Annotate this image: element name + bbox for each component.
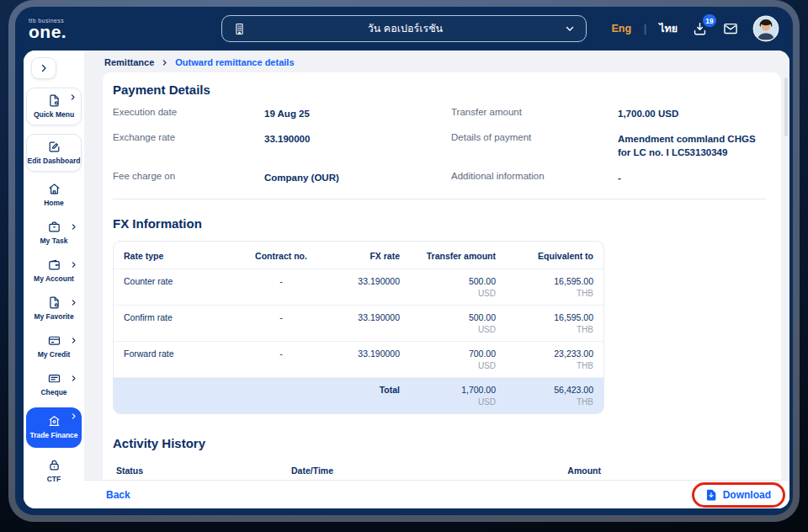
sidebar-item-my-task[interactable]: My Task	[26, 218, 82, 247]
column-header: Amount	[503, 466, 601, 476]
field-value: Amendment commland CHGS for LC no. I LC5…	[618, 132, 766, 160]
company-name: วัน คอเปอร์เรชัน	[255, 20, 556, 37]
mail-button[interactable]	[721, 19, 740, 38]
currency-label: THB	[516, 397, 593, 407]
fx-information-section: FX Information Rate type Contract no. FX…	[113, 216, 766, 414]
breadcrumb-remittance[interactable]: Remittance	[104, 57, 154, 67]
column-header: Equivalent to	[506, 242, 603, 269]
sidebar-item-home[interactable]: Home	[26, 180, 82, 210]
download-file-icon	[704, 488, 718, 502]
transfer-amount-cell: 700.00 USD	[410, 342, 506, 377]
topbar-actions: Eng | ไทย 19	[611, 15, 779, 42]
column-header: Status	[116, 466, 291, 476]
chevron-right-icon	[39, 63, 49, 73]
sidebar-item-trade-finance[interactable]: Trade Finance	[26, 407, 82, 448]
payment-details-title: Payment Details	[113, 82, 766, 97]
breadcrumb: Remittance Outward remittance details	[84, 51, 789, 72]
chevron-right-icon	[70, 261, 77, 269]
credit-card-icon	[47, 333, 61, 348]
rate-type-cell: Confirm rate	[114, 306, 237, 341]
sidebar-item-label: My Task	[40, 237, 68, 246]
content-frame: Quick Menu Edit Dashboard Home	[24, 51, 789, 508]
sidebar-item-my-credit[interactable]: My Credit	[26, 332, 82, 361]
file-icon	[47, 295, 61, 310]
payment-details-section: Payment Details Execution date 19 Aug 25…	[113, 82, 766, 200]
total-label: Total	[326, 378, 410, 413]
sidebar-item-my-account[interactable]: My Account	[26, 256, 82, 285]
field-value: 1,700.00 USD	[618, 107, 766, 121]
fx-table-header: Rate type Contract no. FX rate Transfer …	[114, 242, 603, 269]
total-transfer-amount-cell: 1,700.00 USD	[410, 378, 506, 413]
field-label: Additional information	[451, 171, 618, 181]
fx-rate-cell: 33.190000	[326, 269, 410, 305]
language-eng[interactable]: Eng	[611, 23, 631, 35]
download-center-button[interactable]: 19	[690, 19, 709, 38]
company-selector[interactable]: วัน คอเปอร์เรชัน	[221, 15, 587, 42]
column-header: FX rate	[326, 242, 410, 269]
total-equivalent-cell: 56,423.00 THB	[506, 378, 603, 413]
contract-no-cell: -	[237, 269, 326, 305]
mail-icon	[722, 20, 739, 37]
language-thai[interactable]: ไทย	[659, 20, 678, 37]
sidebar-item-label: Home	[44, 199, 64, 208]
sidebar-item-label: My Favorite	[34, 312, 73, 322]
chevron-right-icon	[70, 337, 77, 344]
download-button[interactable]: Download	[704, 488, 771, 502]
fx-table: Rate type Contract no. FX rate Transfer …	[113, 241, 604, 414]
fx-rate-cell: 33.190000	[326, 306, 410, 341]
sidebar-item-label: Trade Finance	[29, 431, 77, 440]
sidebar-item-label: Cheque	[40, 388, 66, 397]
details-card: Payment Details Execution date 19 Aug 25…	[103, 72, 781, 508]
field-value: 19 Aug 25	[264, 107, 451, 121]
sidebar-expand-button[interactable]	[31, 57, 56, 79]
activity-history-title: Activity History	[113, 436, 766, 450]
equivalent-cell: 16,595.00 THB	[506, 306, 603, 341]
chevron-right-icon	[69, 93, 77, 101]
field-label: Execution date	[113, 107, 264, 117]
table-row: Counter rate - 33.190000 500.00 USD 16,5…	[114, 269, 603, 305]
sidebar-item-label: My Credit	[38, 350, 71, 359]
user-avatar[interactable]	[752, 15, 779, 42]
sidebar-item-my-favorite[interactable]: My Favorite	[26, 294, 82, 323]
fx-rate-cell: 33.190000	[326, 342, 410, 377]
cheque-icon	[47, 371, 61, 386]
currency-label: THB	[516, 325, 593, 334]
fx-information-title: FX Information	[113, 216, 766, 231]
sidebar-item-edit-dashboard[interactable]: Edit Dashboard	[26, 134, 82, 172]
footer-action-bar: Back Download	[84, 480, 789, 508]
contract-no-cell: -	[237, 306, 326, 341]
column-header: Contract no.	[237, 242, 326, 269]
sidebar-item-ctf[interactable]: CTF	[26, 456, 82, 486]
main-area: Remittance Outward remittance details Pa…	[84, 51, 789, 508]
field-value: 33.190000	[264, 132, 451, 146]
currency-label: USD	[420, 289, 496, 298]
notification-badge: 19	[703, 14, 716, 27]
scrollbar-thumb[interactable]	[784, 77, 788, 136]
chevron-right-icon	[70, 299, 77, 306]
home-icon	[47, 182, 61, 196]
equivalent-cell: 23,233.00 THB	[506, 342, 603, 377]
sidebar: Quick Menu Edit Dashboard Home	[24, 51, 84, 508]
quick-menu-icon	[47, 93, 61, 108]
column-header: Transfer amount	[410, 242, 506, 269]
currency-label: THB	[516, 289, 593, 298]
transfer-amount-cell: 500.00 USD	[410, 306, 506, 341]
payment-details-grid: Execution date 19 Aug 25 Transfer amount…	[113, 107, 766, 185]
sidebar-item-quick-menu[interactable]: Quick Menu	[26, 88, 82, 125]
briefcase-icon	[47, 220, 61, 234]
field-label: Details of payment	[451, 132, 618, 142]
chevron-right-icon	[70, 375, 77, 382]
field-value: Company (OUR)	[264, 171, 451, 185]
language-divider: |	[644, 23, 646, 35]
sidebar-item-cheque[interactable]: Cheque	[26, 370, 82, 399]
rate-type-cell: Forward rate	[114, 342, 237, 377]
chevron-down-icon	[564, 23, 576, 35]
rate-type-cell: Counter rate	[114, 269, 237, 305]
currency-label: USD	[420, 361, 496, 370]
back-button[interactable]: Back	[106, 489, 130, 501]
top-bar: ttb business one. วัน คอเปอร์เรชัน Eng |…	[15, 7, 793, 51]
currency-label: USD	[420, 397, 496, 407]
app-window: ttb business one. วัน คอเปอร์เรชัน Eng |…	[15, 7, 793, 515]
download-button-wrap: Download	[698, 488, 778, 502]
currency-label: THB	[516, 361, 593, 370]
